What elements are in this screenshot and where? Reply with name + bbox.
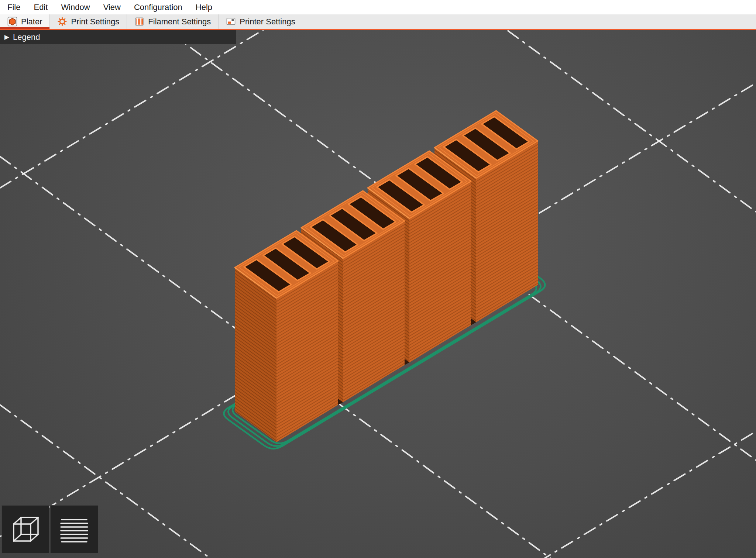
view-mode-toolbar (1, 505, 99, 553)
gcode-preview-scene (0, 30, 756, 558)
legend-title: Legend (13, 32, 40, 42)
view-3d-button[interactable] (1, 505, 49, 553)
slicer-window: File Edit Window View Configuration Help… (0, 0, 756, 558)
menu-edit[interactable]: Edit (27, 3, 54, 12)
expand-arrow-icon: ▶ (4, 33, 9, 41)
menu-view[interactable]: View (97, 3, 127, 12)
tab-label: Plater (21, 17, 42, 27)
cube-3d-icon (7, 511, 44, 548)
menu-file[interactable]: File (0, 3, 27, 12)
tab-printer-settings[interactable]: Printer Settings (219, 14, 303, 29)
menu-help[interactable]: Help (189, 3, 219, 12)
tab-label: Printer Settings (240, 17, 295, 27)
menu-configuration[interactable]: Configuration (127, 3, 189, 12)
legend-panel-header[interactable]: ▶ Legend (0, 30, 236, 44)
tab-bar: Plater Print Settings (0, 14, 756, 30)
tab-plater[interactable]: Plater (0, 14, 50, 29)
printed-box (235, 231, 338, 442)
tab-filament-settings[interactable]: Filament Settings (127, 14, 219, 29)
layers-stack-icon (56, 511, 93, 548)
tab-label: Print Settings (71, 17, 119, 27)
tab-label: Filament Settings (148, 17, 211, 27)
printed-object[interactable] (235, 111, 538, 442)
view-layers-button[interactable] (50, 505, 98, 553)
printer-icon (226, 17, 236, 27)
viewport-3d[interactable]: ▶ Legend (0, 30, 756, 558)
print-settings-gear-icon (57, 17, 67, 27)
menu-bar: File Edit Window View Configuration Help (0, 0, 756, 14)
tab-print-settings[interactable]: Print Settings (50, 14, 127, 29)
menu-window[interactable]: Window (54, 3, 96, 12)
plater-icon (7, 17, 17, 27)
filament-spool-icon (134, 17, 144, 27)
